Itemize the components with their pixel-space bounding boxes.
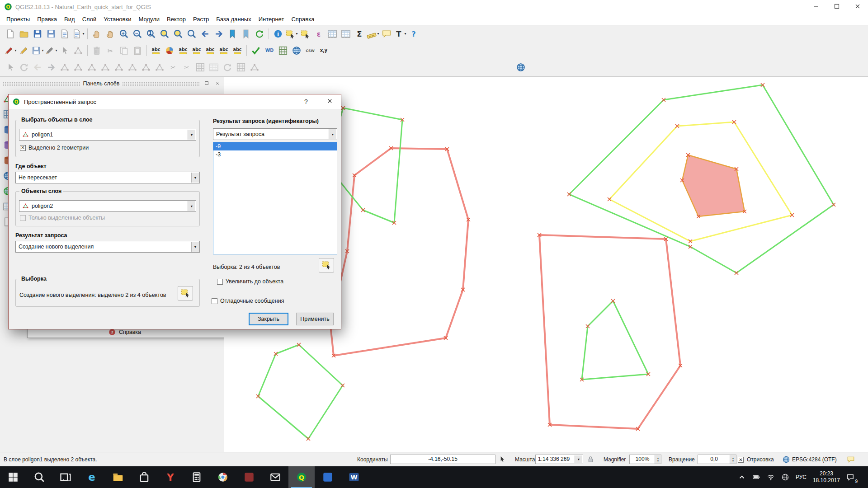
network-icon[interactable]: [781, 473, 789, 481]
menu-vector[interactable]: Вектор: [163, 14, 189, 24]
statistical-summary-icon[interactable]: Σ: [353, 28, 366, 40]
coordinate-capture-icon[interactable]: x,y: [317, 44, 330, 57]
spinner-arrows[interactable]: ▲▼: [730, 455, 736, 464]
metasearch-csw-icon[interactable]: CSW: [304, 44, 316, 57]
open-project-icon[interactable]: [18, 28, 30, 40]
map-tips-icon[interactable]: [380, 28, 393, 40]
hidden-icons-chevron[interactable]: [738, 473, 746, 481]
select-features-button[interactable]: [178, 286, 193, 300]
menu-view[interactable]: Вид: [61, 14, 79, 24]
pan-map-icon[interactable]: [90, 28, 103, 40]
zoom-to-layer-icon[interactable]: [185, 28, 198, 40]
field-calculator-icon[interactable]: [340, 28, 352, 40]
window-titlebar[interactable]: Q QGIS2.18.13 - Natural_Earth_quick_star…: [0, 0, 868, 14]
dropdown-arrow-icon[interactable]: ▼: [188, 201, 195, 211]
help-contents-icon[interactable]: ?: [407, 28, 420, 40]
zoom-next-icon[interactable]: [212, 28, 225, 40]
zoom-in-icon[interactable]: +: [118, 28, 130, 40]
zoom-native-icon[interactable]: 1: [145, 28, 157, 40]
taskbar-start-button[interactable]: [0, 466, 26, 488]
dialog-titlebar[interactable]: Q Пространственный запрос: [9, 94, 341, 109]
save-project-icon[interactable]: [31, 28, 44, 40]
open-attribute-table-icon[interactable]: [326, 28, 339, 40]
layer2-combobox[interactable]: poligon2 ▼: [19, 200, 196, 212]
text-annotation-icon[interactable]: T▾: [394, 28, 406, 40]
zoom-out-icon[interactable]: −: [131, 28, 144, 40]
select-by-expression-icon[interactable]: ε: [312, 28, 325, 40]
pan-to-selection-icon[interactable]: [104, 28, 117, 40]
label-properties-icon[interactable]: abc: [231, 44, 244, 57]
deselect-features-icon[interactable]: [299, 28, 311, 40]
taskbar-file-explorer-button[interactable]: [105, 466, 131, 488]
zoom-last-icon[interactable]: [199, 28, 212, 40]
taskbar-mail-button[interactable]: [262, 466, 288, 488]
dropdown-arrow-icon[interactable]: ▼: [329, 129, 336, 139]
taskbar-qgis-button[interactable]: Q: [288, 466, 315, 488]
magnifier-spinbox[interactable]: 100% ▲▼: [629, 455, 661, 464]
minimize-button[interactable]: [806, 0, 826, 14]
zoom-full-icon[interactable]: [158, 28, 171, 40]
predicate-combobox[interactable]: Не пересекает ▼: [15, 172, 200, 183]
zoom-to-selection-icon[interactable]: [172, 28, 184, 40]
layers-panel-header[interactable]: Панель слоёв: [3, 79, 222, 89]
taskbar-word-button[interactable]: W: [341, 466, 367, 488]
result-action-combobox[interactable]: Создание нового выделения ▼: [15, 241, 200, 253]
taskbar-store-button[interactable]: [131, 466, 157, 488]
zoom-to-feature-checkbox[interactable]: Увеличить до объекта: [217, 278, 283, 285]
refresh-map-icon[interactable]: [253, 28, 266, 40]
new-project-icon[interactable]: [4, 28, 17, 40]
list-item-selected[interactable]: -9: [213, 142, 337, 150]
dropdown-arrow-icon[interactable]: ▼: [191, 173, 199, 183]
new-bookmark-icon[interactable]: [226, 28, 239, 40]
label-layer-icon[interactable]: abc: [150, 44, 162, 57]
taskbar-edge-button[interactable]: e: [79, 466, 105, 488]
taskbar-yandex-browser-button[interactable]: Y: [157, 466, 184, 488]
menu-database[interactable]: База данных: [212, 14, 255, 24]
dropdown-arrow-icon[interactable]: ▼: [188, 130, 195, 140]
raster-calculator-icon[interactable]: [277, 44, 289, 57]
identify-features-icon[interactable]: i: [272, 28, 284, 40]
current-edits-icon[interactable]: ▾: [4, 44, 17, 57]
show-bookmarks-icon[interactable]: [240, 28, 252, 40]
label-move-icon[interactable]: abc: [204, 44, 217, 57]
taskbar-clock[interactable]: 20:23 18.10.2017: [813, 470, 840, 484]
scale-combobox[interactable]: 1:14 336 269 ▼: [535, 455, 583, 464]
scale-lock-icon[interactable]: [587, 455, 594, 464]
taskbar-task-view-button[interactable]: [52, 466, 79, 488]
taskbar-calculator-button[interactable]: [184, 466, 210, 488]
battery-icon[interactable]: [752, 473, 760, 481]
processing-ok-icon[interactable]: [250, 44, 262, 57]
context-menu-help-item[interactable]: Справка: [119, 329, 141, 335]
taskbar-app-blue-button[interactable]: [315, 466, 341, 488]
messages-icon[interactable]: [847, 455, 855, 464]
spinner-arrows[interactable]: ▲▼: [655, 455, 661, 464]
spatial-query-icon[interactable]: [514, 61, 527, 74]
toggle-editing-icon[interactable]: [18, 44, 30, 57]
close-window-button[interactable]: [847, 0, 868, 14]
diagram-layer-icon[interactable]: [163, 44, 176, 57]
menu-help[interactable]: Справка: [288, 14, 318, 24]
menu-projects[interactable]: Проекты: [3, 14, 33, 24]
language-indicator[interactable]: РУС: [796, 474, 807, 480]
mouse-position-icon[interactable]: [498, 455, 506, 464]
render-checkbox[interactable]: ✕: [738, 457, 744, 463]
list-item[interactable]: -3: [213, 150, 337, 159]
menu-plugins[interactable]: Модули: [135, 14, 163, 24]
save-layer-edits-icon[interactable]: ▾: [31, 44, 44, 57]
action-center-icon[interactable]: 9: [846, 473, 854, 481]
results-combobox[interactable]: Результат запроса ▼: [213, 128, 337, 140]
label-rotate-icon[interactable]: abc: [217, 44, 230, 57]
menu-raster[interactable]: Растр: [189, 14, 212, 24]
maximize-button[interactable]: [826, 0, 847, 14]
layer1-combobox[interactable]: poligon1 ▼: [19, 129, 196, 141]
taskbar-app-red-button[interactable]: [236, 466, 262, 488]
new-print-composer-icon[interactable]: [58, 28, 71, 40]
wd-plugin-icon[interactable]: WD: [263, 44, 276, 57]
taskbar-search-button[interactable]: [26, 466, 52, 488]
dialog-help-button[interactable]: ?: [298, 94, 314, 109]
geometry-count-checkbox[interactable]: ✕ Выделено 2 геометрии: [20, 145, 89, 151]
debug-messages-checkbox[interactable]: Отладочные сообщения: [212, 298, 284, 304]
georeferencer-icon[interactable]: [290, 44, 303, 57]
menu-edit[interactable]: Правка: [33, 14, 61, 24]
coordinates-input[interactable]: -4.16,-50.15: [390, 455, 495, 464]
